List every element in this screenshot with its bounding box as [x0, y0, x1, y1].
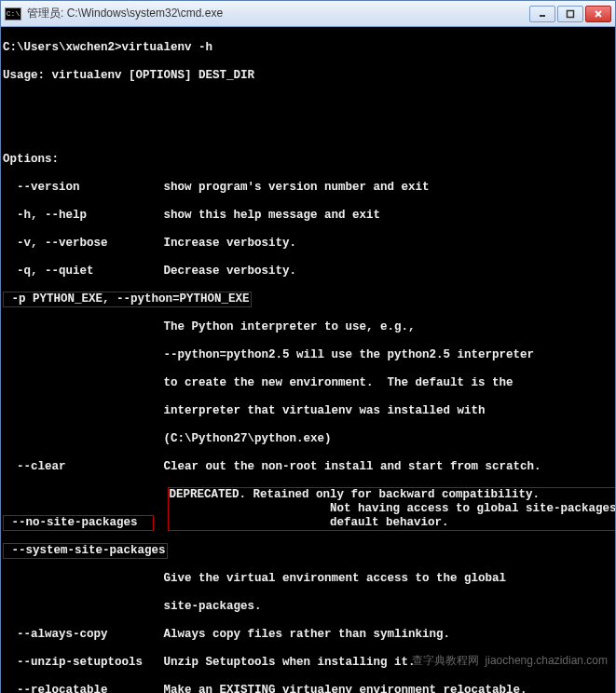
opt-python: -p PYTHON_EXE, --python=PYTHON_EXE	[3, 292, 613, 306]
prompt-line: C:\Users\xwchen2>virtualenv -h	[3, 41, 613, 55]
watermark: 查字典教程网 jiaocheng.chazidian.com	[412, 654, 608, 668]
cmd-icon: C:\	[5, 7, 21, 20]
cmd-window: C:\ 管理员: C:\Windows\system32\cmd.exe C:\…	[0, 0, 616, 693]
highlight-python: -p PYTHON_EXE, --python=PYTHON_EXE	[3, 292, 252, 307]
minimize-button[interactable]	[529, 6, 555, 22]
options-header: Options:	[3, 153, 613, 167]
opt-relocatable: --relocatable Make an EXISTING virtualen…	[3, 684, 613, 693]
opt-version: --version show program's version number …	[3, 181, 613, 195]
terminal-output[interactable]: C:\Users\xwchen2>virtualenv -h Usage: vi…	[1, 27, 615, 693]
opt-system-site-packages: --system-site-packages	[3, 544, 613, 558]
opt-verbose: -v, --verbose Increase verbosity.	[3, 237, 613, 251]
highlight-no-site-desc: DEPRECATED. Retained only for backward c…	[168, 487, 615, 531]
highlight-system-site: --system-site-packages	[3, 543, 168, 559]
opt-quiet: -q, --quiet Decrease verbosity.	[3, 265, 613, 279]
usage-line: Usage: virtualenv [OPTIONS] DEST_DIR	[3, 69, 613, 83]
opt-clear: --clear Clear out the non-root install a…	[3, 460, 613, 474]
highlight-no-site-packages: --no-site-packages	[3, 515, 154, 531]
maximize-button[interactable]	[557, 6, 583, 22]
window-controls	[529, 6, 611, 22]
opt-help: -h, --help show this help message and ex…	[3, 209, 613, 223]
opt-always-copy: --always-copy Always copy files rather t…	[3, 628, 613, 642]
close-button[interactable]	[585, 6, 611, 22]
svg-rect-1	[568, 10, 574, 17]
window-title: 管理员: C:\Windows\system32\cmd.exe	[27, 6, 529, 21]
titlebar[interactable]: C:\ 管理员: C:\Windows\system32\cmd.exe	[1, 1, 615, 27]
opt-no-site-packages: --no-site-packages DEPRECATED. Retained …	[3, 488, 613, 530]
